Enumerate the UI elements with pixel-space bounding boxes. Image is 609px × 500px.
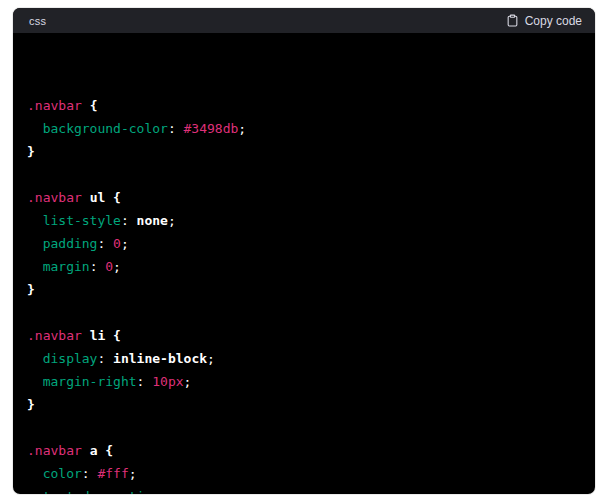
code-token-prop: list-style (43, 213, 121, 228)
code-line: .navbar { (27, 94, 581, 117)
code-token-plain (27, 259, 43, 274)
code-token-tag: li (90, 328, 106, 343)
code-line: } (27, 278, 581, 301)
code-token-prop: padding (43, 236, 98, 251)
code-token-prop: background-color (43, 121, 168, 136)
code-token-sel: .navbar (27, 443, 82, 458)
code-token-pun: : (160, 489, 168, 494)
copy-code-button[interactable]: Copy code (506, 13, 582, 28)
code-line: } (27, 393, 581, 416)
code-token-brace: { (113, 328, 121, 343)
code-token-pun: : (121, 213, 129, 228)
code-token-pun: ; (207, 489, 215, 494)
code-body: .navbar { background-color: #3498db;}.na… (13, 33, 595, 494)
code-token-num: #fff (97, 466, 128, 481)
code-token-plain (168, 489, 176, 494)
code-token-val: none (176, 489, 207, 494)
code-token-plain (27, 466, 43, 481)
code-token-num: 0 (113, 236, 121, 251)
code-block-header: css Copy code (13, 8, 595, 33)
code-token-plain (27, 121, 43, 136)
code-token-pun: ; (113, 259, 121, 274)
code-token-sel: .navbar (27, 98, 82, 113)
code-token-plain (105, 190, 113, 205)
code-token-brace: { (113, 190, 121, 205)
code-token-brace: } (27, 282, 35, 297)
code-line: .navbar li { (27, 324, 581, 347)
code-token-plain (105, 328, 113, 343)
code-token-pun: ; (238, 121, 246, 136)
code-token-plain (82, 98, 90, 113)
code-token-plain (105, 351, 113, 366)
code-line: color: #fff; (27, 462, 581, 485)
code-token-prop: text-decoration (43, 489, 160, 494)
code-line: background-color: #3498db; (27, 117, 581, 140)
code-token-plain (82, 190, 90, 205)
code-token-prop: margin (43, 259, 90, 274)
code-token-val: inline-block (113, 351, 207, 366)
code-token-num: 10px (152, 374, 183, 389)
code-token-plain (27, 213, 43, 228)
code-token-plain (27, 351, 43, 366)
code-token-pun: : (82, 466, 90, 481)
code-line: margin-right: 10px; (27, 370, 581, 393)
code-token-brace: { (105, 443, 113, 458)
clipboard-icon (506, 13, 519, 28)
code-line (27, 416, 581, 439)
code-line: padding: 0; (27, 232, 581, 255)
code-line: list-style: none; (27, 209, 581, 232)
copy-code-label: Copy code (525, 14, 582, 28)
code-token-pun: ; (129, 466, 137, 481)
code-token-plain (105, 236, 113, 251)
code-content: .navbar { background-color: #3498db;}.na… (27, 94, 581, 494)
code-token-plain (129, 213, 137, 228)
page: { "header": { "language_label": "css", "… (0, 0, 609, 500)
code-token-plain (82, 443, 90, 458)
language-label: css (29, 15, 46, 27)
code-line (27, 163, 581, 186)
code-token-pun: ; (184, 374, 192, 389)
code-line: display: inline-block; (27, 347, 581, 370)
code-token-num: #3498db (184, 121, 239, 136)
code-token-brace: } (27, 144, 35, 159)
code-line: } (27, 140, 581, 163)
code-token-val: none (137, 213, 168, 228)
code-token-pun: ; (207, 351, 215, 366)
code-line: .navbar ul { (27, 186, 581, 209)
code-token-pun: ; (121, 236, 129, 251)
code-token-prop: margin-right (43, 374, 137, 389)
code-token-num: 0 (105, 259, 113, 274)
code-token-pun: : (168, 121, 176, 136)
code-token-plain (176, 121, 184, 136)
code-token-tag: ul (90, 190, 106, 205)
code-token-prop: display (43, 351, 98, 366)
code-token-sel: .navbar (27, 328, 82, 343)
code-token-brace: } (27, 397, 35, 412)
code-token-plain (27, 236, 43, 251)
code-token-plain (82, 328, 90, 343)
code-line: text-decoration: none; (27, 485, 581, 494)
code-token-pun: ; (168, 213, 176, 228)
code-token-prop: color (43, 466, 82, 481)
code-block: css Copy code .navbar { background-color… (13, 8, 595, 494)
code-token-plain (27, 489, 43, 494)
code-line (27, 301, 581, 324)
code-token-brace: { (90, 98, 98, 113)
code-token-sel: .navbar (27, 190, 82, 205)
code-line: .navbar a { (27, 439, 581, 462)
code-line: margin: 0; (27, 255, 581, 278)
code-token-plain (27, 374, 43, 389)
